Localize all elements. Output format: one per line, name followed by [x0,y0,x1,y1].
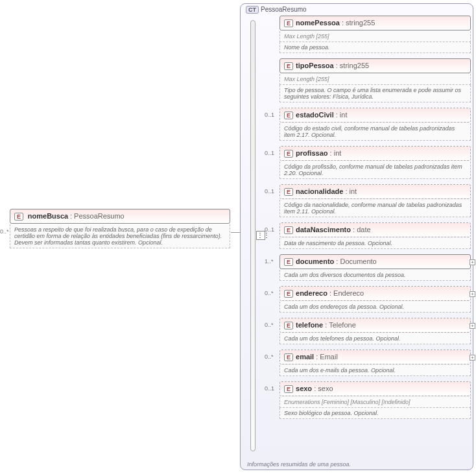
element-dataNascimento[interactable]: 0..1EdataNascimento : date [280,222,471,237]
element-badge: E [284,19,293,27]
element-desc: Sexo biológico da pessoa. Opcional. [280,408,471,419]
ct-header: CTPessoaResumo [246,6,307,13]
cardinality: 0..* [265,290,274,296]
expand-icon[interactable]: + [470,291,475,297]
element-sexo[interactable]: 0..1Esexo : sexo [280,381,471,396]
cardinality: 0..1 [265,226,274,233]
root-element: E nomeBusca : PessoaResumo Pessoas a res… [10,209,230,254]
element-badge: E [284,290,293,298]
element-type: : Telefone [323,321,356,329]
element-name: email [296,353,314,361]
element-desc: Código da nacionalidade, conforme manual… [280,200,471,217]
ct-footer: Informações resumidas de uma pessoa. [247,461,351,468]
element-desc: Data de nascimento da pessoa. Opcional. [280,238,471,249]
complextype-container: CTPessoaResumo ⋮⋮ EnomePessoa : string25… [240,3,473,470]
element-badge: E [14,213,23,220]
cardinality: 0..1 [265,112,274,118]
element-desc: Nome da pessoa. [280,42,471,53]
element-email[interactable]: 0..*Eemail : Email+ [280,350,471,364]
element-documento[interactable]: 1..*Edocumento : Documento+ [280,254,471,269]
cardinality: 0..1 [265,150,274,156]
element-badge: E [284,322,293,329]
element-type: : date [351,226,371,233]
element-desc: Cada um dos telefones da pessoa. Opciona… [280,333,471,344]
element-desc: Cada um dos endereços da pessoa. Opciona… [280,302,471,313]
root-type: PessoaResumo [74,212,125,220]
expand-icon[interactable]: + [470,323,475,329]
element-meta: Max Length [255] [280,31,471,42]
connector-line [231,232,240,233]
element-type: : int [343,187,357,195]
element-desc: Código da profissão, conforme manual de … [280,161,471,179]
element-desc: Tipo de pessoa. O campo é uma lista enum… [280,85,471,102]
root-desc: Pessoas a respeito de que foi realizada … [10,224,230,248]
root-cardinality: 0..* [0,228,9,235]
element-nomePessoa[interactable]: EnomePessoa : string255 [280,16,471,30]
element-nacionalidade[interactable]: 0..1Enacionalidade : int [280,184,471,199]
element-badge: E [284,62,293,70]
element-name: sexo [296,385,312,392]
element-desc: Código do estado civil, conforme manual … [280,123,471,141]
element-type: : int [328,149,342,157]
sequence-icon: ⋮⋮ [256,231,265,240]
element-desc: Cada um dos diversos documentos da pesso… [280,270,471,281]
cardinality: 0..1 [265,385,274,392]
root-name: nomeBusca [28,212,68,220]
element-name: documento [296,257,334,265]
cardinality: 0..* [265,322,274,328]
element-name: endereco [296,289,327,297]
ct-title: PessoaResumo [261,6,307,13]
element-telefone[interactable]: 0..*Etelefone : Telefone+ [280,318,471,333]
expand-icon[interactable]: + [470,259,475,265]
element-endereco[interactable]: 0..*Eendereco : Endereco+ [280,286,471,301]
element-badge: E [284,150,293,158]
element-profissao[interactable]: 0..1Eprofissao : int [280,146,471,161]
element-badge: E [284,226,293,234]
element-name: estadoCivil [296,111,334,119]
element-meta: Enumerations [Feminino] [Masculino] [Ind… [280,397,471,408]
elements-list: EnomePessoa : string255Max Length [255]N… [280,16,471,424]
cardinality: 0..1 [265,188,274,195]
element-badge: E [284,258,293,266]
element-badge: E [284,385,293,393]
element-type: : Documento [334,257,376,265]
element-name: nacionalidade [296,187,343,195]
element-estadoCivil[interactable]: 0..1EestadoCivil : int [280,108,471,123]
element-name: tipoPessoa [296,62,334,69]
element-badge: E [284,353,293,361]
element-name: nomePessoa [296,19,340,27]
element-badge: E [284,112,293,119]
expand-icon[interactable]: + [470,355,475,361]
element-desc: Cada um dos e-mails da pessoa. Opcional. [280,365,471,376]
element-type: : Endereco [327,289,364,297]
element-type: : string255 [334,62,369,69]
element-name: telefone [296,321,323,329]
element-type: : string255 [340,19,375,27]
element-name: dataNascimento [296,226,351,233]
element-meta: Max Length [255] [280,74,471,85]
element-type: : sexo [312,385,333,392]
element-badge: E [284,188,293,196]
cardinality: 0..* [265,353,274,360]
element-name: profissao [296,149,328,157]
element-type: : Email [314,353,338,361]
sequence-bar [250,20,256,451]
element-type: : int [334,111,348,119]
element-tipoPessoa[interactable]: EtipoPessoa : string255 [280,58,471,73]
cardinality: 1..* [265,258,274,265]
